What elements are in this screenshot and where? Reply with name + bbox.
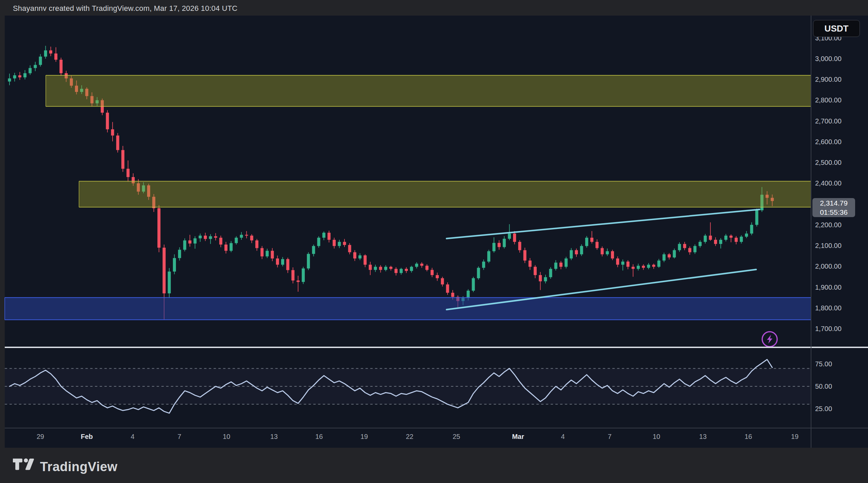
time-axis-label: 19 xyxy=(791,433,798,441)
last-price-value: 2,314.79 xyxy=(820,198,848,208)
tradingview-logo-text: TradingView xyxy=(40,460,118,474)
tradingview-chart-window: Shayannv created with TradingView.com, M… xyxy=(0,0,868,483)
price-axis-label: 2,800.00 xyxy=(815,96,842,104)
time-axis-label: 13 xyxy=(699,433,707,441)
time-axis-label: 29 xyxy=(37,433,44,441)
price-axis-label: 1,900.00 xyxy=(815,283,842,291)
price-axis-label: 1,700.00 xyxy=(815,325,842,332)
time-axis-label: 16 xyxy=(315,433,323,441)
price-axis-label: 2,100.00 xyxy=(815,242,842,250)
price-axis-label: 1,800.00 xyxy=(815,304,842,312)
time-axis-label: 7 xyxy=(608,433,611,441)
panel-separator[interactable] xyxy=(5,347,868,348)
time-axis-label: 22 xyxy=(406,433,413,441)
price-axis-label: 2,600.00 xyxy=(815,138,842,146)
price-axis-label: 2,700.00 xyxy=(815,117,842,125)
channel-upper[interactable] xyxy=(447,210,760,239)
time-axis-label: 10 xyxy=(653,433,660,441)
time-axis-label: 25 xyxy=(453,433,460,441)
resistance-zone-mid[interactable] xyxy=(79,181,811,207)
tradingview-logo-icon xyxy=(13,457,35,476)
price-axis-label: 2,500.00 xyxy=(815,159,842,167)
price-axis-label: 3,000.00 xyxy=(815,55,842,63)
rsi-axis-label: 25.00 xyxy=(815,405,832,413)
time-axis-label: 10 xyxy=(223,433,230,441)
support-zone-blue[interactable] xyxy=(5,297,811,320)
last-price-badge: 2,314.79 01:55:36 xyxy=(812,198,855,217)
time-axis-label: 13 xyxy=(270,433,278,441)
price-axis-label: 2,400.00 xyxy=(815,179,842,187)
time-axis-label: 4 xyxy=(131,433,134,441)
time-axis-label: 16 xyxy=(745,433,752,441)
time-axis-label: 4 xyxy=(561,433,565,441)
rsi-axis-label: 75.00 xyxy=(815,360,832,368)
price-axis-label: 2,200.00 xyxy=(815,221,842,229)
resistance-zone-upper[interactable] xyxy=(46,75,811,107)
time-axis-label: Feb xyxy=(81,433,93,441)
tradingview-logo[interactable]: TradingView xyxy=(13,457,118,476)
rsi-axis-label: 50.00 xyxy=(815,383,832,390)
price-axis-label: 2,000.00 xyxy=(815,263,842,270)
price-axis-label: 2,900.00 xyxy=(815,76,842,83)
lightning-bolt-icon[interactable] xyxy=(762,332,777,347)
price-chart-canvas[interactable] xyxy=(0,0,868,483)
time-axis-label: 19 xyxy=(360,433,368,441)
currency-toggle-badge[interactable]: USDT xyxy=(813,20,860,37)
time-axis-label: Mar xyxy=(512,433,524,441)
bar-countdown: 01:55:36 xyxy=(820,208,848,217)
time-axis-label: 7 xyxy=(177,433,181,441)
